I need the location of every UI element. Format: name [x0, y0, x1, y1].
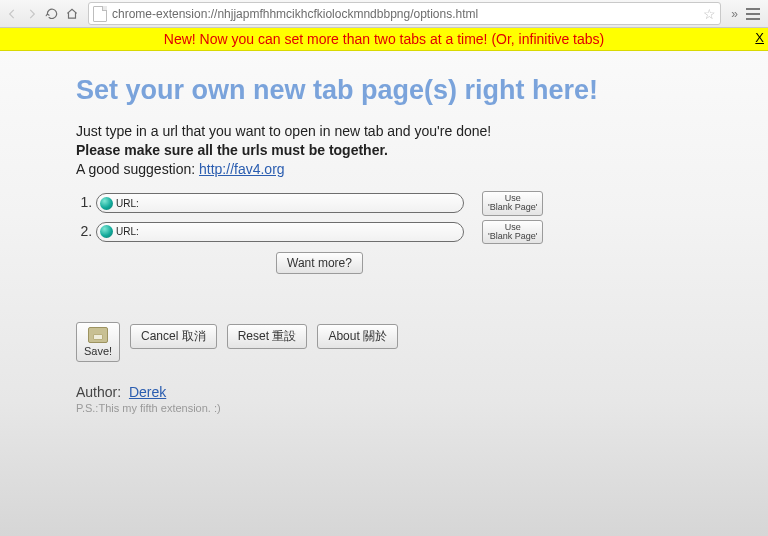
menu-icon[interactable] [746, 8, 760, 20]
use-blank-page-button-1[interactable]: Use 'Blank Page' [482, 191, 543, 216]
banner-close-button[interactable]: X [755, 30, 764, 45]
announcement-banner: New! Now you can set more than two tabs … [0, 28, 768, 51]
about-button[interactable]: About 關於 [317, 324, 398, 349]
home-button[interactable] [63, 5, 81, 23]
want-more-row: Want more? [276, 252, 768, 274]
url-list: URL: Use 'Blank Page' URL: Use 'Blank P [76, 191, 768, 245]
url-label: URL: [116, 226, 139, 237]
reset-button[interactable]: Reset 重設 [227, 324, 308, 349]
url-row-1: URL: Use 'Blank Page' [96, 191, 768, 216]
ps-line: P.S.:This my fifth extension. :) [76, 402, 768, 414]
globe-icon [100, 197, 113, 210]
forward-button[interactable] [23, 5, 41, 23]
reload-button[interactable] [43, 5, 61, 23]
author-line: Author: Derek [76, 384, 768, 400]
extensions-overflow-icon[interactable]: » [731, 7, 738, 21]
save-button[interactable]: Save! [76, 322, 120, 362]
url-input-2[interactable] [142, 224, 459, 240]
page-icon [93, 6, 107, 22]
address-bar[interactable]: chrome-extension://nhjjapmfhhmcikhcfkiol… [88, 2, 721, 25]
save-disk-icon [88, 327, 108, 343]
banner-text: New! Now you can set more than two tabs … [0, 31, 768, 47]
use-blank-page-button-2[interactable]: Use 'Blank Page' [482, 220, 543, 245]
intro-text: Just type in a url that you want to open… [76, 122, 768, 179]
intro-suggestion-prefix: A good suggestion: [76, 161, 199, 177]
save-label: Save! [84, 345, 112, 357]
suggestion-link[interactable]: http://fav4.org [199, 161, 285, 177]
cancel-button[interactable]: Cancel 取消 [130, 324, 217, 349]
bookmark-star-icon[interactable]: ☆ [703, 6, 716, 22]
intro-line2: Please make sure all the urls must be to… [76, 141, 768, 160]
back-button[interactable] [3, 5, 21, 23]
author-link[interactable]: Derek [129, 384, 166, 400]
url-label: URL: [116, 198, 139, 209]
want-more-button[interactable]: Want more? [276, 252, 363, 274]
browser-toolbar: chrome-extension://nhjjapmfhhmcikhcfkiol… [0, 0, 768, 28]
page-title: Set your own new tab page(s) right here! [76, 75, 768, 106]
intro-line3: A good suggestion: http://fav4.org [76, 160, 768, 179]
address-text: chrome-extension://nhjjapmfhhmcikhcfkiol… [112, 7, 478, 21]
url-field-1[interactable]: URL: [96, 193, 464, 213]
author-label: Author: [76, 384, 121, 400]
url-row-2: URL: Use 'Blank Page' [96, 220, 768, 245]
action-row: Save! Cancel 取消 Reset 重設 About 關於 [76, 322, 768, 362]
url-input-1[interactable] [142, 195, 459, 211]
intro-line1: Just type in a url that you want to open… [76, 122, 768, 141]
page-content: Set your own new tab page(s) right here!… [0, 51, 768, 414]
globe-icon [100, 225, 113, 238]
url-field-2[interactable]: URL: [96, 222, 464, 242]
